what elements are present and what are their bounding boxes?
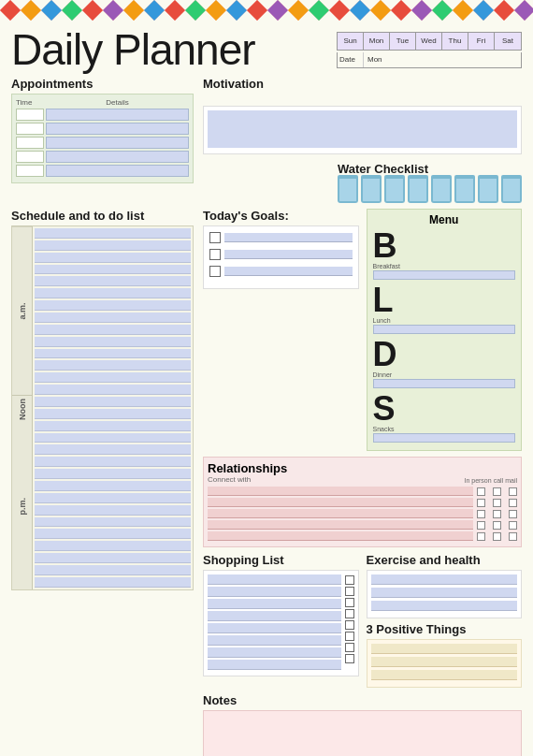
- water-cup-3[interactable]: [384, 179, 405, 203]
- rel-cb-in-person[interactable]: [477, 510, 485, 518]
- day-tue[interactable]: Tue: [390, 33, 416, 50]
- shop-line[interactable]: [208, 660, 341, 670]
- menu-lunch-line[interactable]: [373, 325, 516, 334]
- menu-dinner-line[interactable]: [373, 379, 516, 388]
- shop-line[interactable]: [208, 623, 341, 633]
- rel-cb-call[interactable]: [493, 487, 501, 496]
- shop-cb[interactable]: [345, 587, 354, 596]
- shop-cb[interactable]: [345, 575, 354, 585]
- schedule-line[interactable]: [35, 300, 191, 311]
- schedule-line[interactable]: [35, 240, 191, 251]
- schedule-line[interactable]: [35, 385, 191, 395]
- day-sun[interactable]: Sun: [338, 33, 364, 50]
- schedule-line[interactable]: [35, 313, 191, 323]
- rel-cb-mail[interactable]: [509, 510, 517, 518]
- rel-name[interactable]: [208, 520, 473, 530]
- day-fri[interactable]: Fri: [468, 33, 495, 50]
- schedule-line[interactable]: [35, 493, 191, 503]
- goal-line[interactable]: [224, 233, 353, 242]
- rel-name[interactable]: [208, 487, 473, 496]
- positive-line[interactable]: [371, 670, 518, 680]
- rel-cb-call[interactable]: [493, 521, 501, 530]
- rel-cb-mail[interactable]: [509, 521, 517, 530]
- menu-snacks-line[interactable]: [373, 433, 516, 443]
- shop-cb[interactable]: [345, 609, 354, 618]
- motivation-box[interactable]: [203, 106, 522, 154]
- goal-checkbox[interactable]: [209, 232, 221, 243]
- schedule-line[interactable]: [35, 577, 191, 588]
- schedule-line[interactable]: [35, 360, 191, 371]
- appt-detail-input[interactable]: [46, 151, 189, 163]
- day-sat[interactable]: Sat: [495, 33, 521, 50]
- schedule-line[interactable]: [35, 253, 191, 263]
- schedule-line[interactable]: [35, 228, 191, 239]
- exercise-line[interactable]: [371, 574, 518, 585]
- schedule-line[interactable]: [35, 541, 191, 551]
- shop-line[interactable]: [208, 647, 341, 658]
- schedule-line[interactable]: [35, 553, 191, 563]
- schedule-line[interactable]: [35, 444, 191, 455]
- rel-cb-in-person[interactable]: [477, 499, 485, 507]
- shop-cb[interactable]: [345, 632, 354, 641]
- shop-line[interactable]: [208, 599, 341, 609]
- schedule-line[interactable]: [35, 517, 191, 528]
- schedule-line[interactable]: [35, 481, 191, 491]
- rel-cb-in-person[interactable]: [477, 532, 485, 541]
- appt-detail-input[interactable]: [46, 109, 189, 121]
- schedule-line[interactable]: [35, 505, 191, 516]
- day-thu[interactable]: Thu: [442, 33, 468, 50]
- appt-detail-input[interactable]: [46, 165, 189, 177]
- rel-name[interactable]: [208, 531, 473, 541]
- schedule-line[interactable]: [35, 337, 191, 347]
- water-cup-8[interactable]: [501, 179, 522, 203]
- appt-time-input[interactable]: [16, 137, 44, 149]
- schedule-line[interactable]: [35, 409, 191, 419]
- goal-line[interactable]: [224, 250, 353, 259]
- exercise-line[interactable]: [371, 588, 518, 598]
- goal-checkbox[interactable]: [209, 266, 221, 277]
- rel-cb-call[interactable]: [493, 499, 501, 507]
- rel-cb-mail[interactable]: [509, 487, 517, 496]
- date-value[interactable]: Mon: [364, 52, 521, 67]
- schedule-line[interactable]: [35, 457, 191, 467]
- water-cup-6[interactable]: [454, 179, 475, 203]
- schedule-line[interactable]: [35, 469, 191, 479]
- rel-cb-call[interactable]: [493, 510, 501, 518]
- schedule-line[interactable]: [35, 397, 191, 407]
- schedule-line[interactable]: [35, 265, 191, 275]
- water-cup-4[interactable]: [408, 179, 428, 203]
- rel-name[interactable]: [208, 509, 473, 518]
- schedule-line[interactable]: [35, 288, 191, 298]
- water-cup-5[interactable]: [431, 179, 452, 203]
- exercise-line[interactable]: [371, 601, 518, 611]
- shop-line[interactable]: [208, 574, 341, 585]
- shop-line[interactable]: [208, 635, 341, 646]
- schedule-line[interactable]: [35, 565, 191, 575]
- positive-line[interactable]: [371, 657, 518, 667]
- shop-cb[interactable]: [345, 620, 354, 630]
- appt-detail-input[interactable]: [46, 123, 189, 135]
- schedule-line[interactable]: [35, 529, 191, 539]
- rel-cb-mail[interactable]: [509, 532, 517, 541]
- rel-cb-mail[interactable]: [509, 499, 517, 507]
- shop-cb[interactable]: [345, 643, 354, 652]
- water-cup-7[interactable]: [478, 179, 498, 203]
- schedule-line[interactable]: [35, 433, 191, 443]
- water-cup-1[interactable]: [338, 179, 358, 203]
- appt-time-input[interactable]: [16, 151, 44, 163]
- rel-cb-in-person[interactable]: [477, 487, 485, 496]
- notes-box[interactable]: [203, 710, 522, 756]
- schedule-line[interactable]: [35, 421, 191, 431]
- appt-time-input[interactable]: [16, 109, 44, 121]
- appt-time-input[interactable]: [16, 165, 44, 177]
- goal-checkbox[interactable]: [209, 249, 221, 260]
- schedule-line[interactable]: [35, 372, 191, 383]
- goal-line[interactable]: [224, 267, 353, 276]
- day-wed[interactable]: Wed: [416, 33, 442, 50]
- positive-line[interactable]: [371, 644, 518, 654]
- day-mon[interactable]: Mon: [364, 33, 390, 50]
- menu-breakfast-line[interactable]: [373, 270, 516, 280]
- rel-name[interactable]: [208, 498, 473, 507]
- shop-cb[interactable]: [345, 598, 354, 607]
- shop-line[interactable]: [208, 587, 341, 597]
